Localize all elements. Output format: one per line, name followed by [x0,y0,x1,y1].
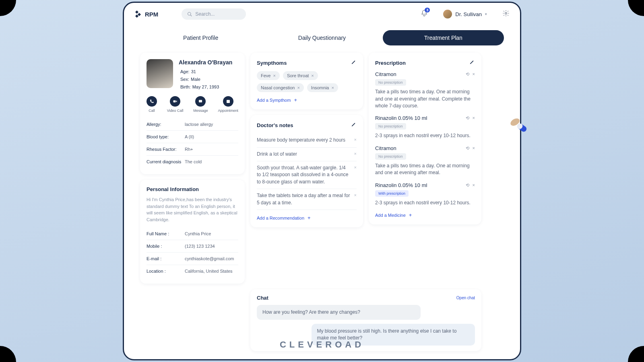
patient-photo [147,59,173,88]
brand-label: RPM [145,11,158,18]
chat-title: Chat [257,295,268,301]
search-icon [187,12,192,16]
notes-title: Doctor's notes [257,122,293,128]
tab-treatment-plan[interactable]: Treatment Plan [383,30,504,45]
pencil-icon [351,121,357,127]
rx-item: Rinazolin 0.05% 10 ml⟲×No prescription2-… [375,115,475,139]
remove-chip-button[interactable]: × [311,73,314,78]
plus-icon: + [294,97,297,103]
remove-note-button[interactable]: × [354,151,357,158]
personal-info-card: Personal Information Hi I'm Cynthia Pric… [140,180,245,284]
chat-msg-doctor: How are you feeling? Are there any chang… [257,305,421,320]
patient-card: Alexandra O'Brayan Age:31 Sex:Male Birth… [140,53,245,174]
gear-icon [502,10,510,17]
remove-rx-button[interactable]: × [473,72,475,77]
notifications-button[interactable]: 3 [421,10,428,19]
col-middle: Sympthoms Feve×Sore throat×Nasal congest… [250,53,363,284]
edit-prescription-button[interactable] [469,59,475,66]
brand: RPM [134,10,158,18]
symptom-chip: Insomnia× [307,83,338,92]
remove-note-button[interactable]: × [354,192,357,206]
search-input[interactable]: Search... [182,8,246,20]
add-symptom-button[interactable]: Add a Sympthom+ [257,97,357,103]
svg-line-1 [191,15,192,16]
add-recommendation-button[interactable]: Add a Recommendation+ [257,215,357,221]
remove-rx-button[interactable]: × [473,183,475,188]
search-placeholder: Search... [195,11,215,17]
video-icon [173,99,178,104]
edit-symptoms-button[interactable] [351,59,357,66]
patient-actions: Call Video Call Message Appointment [147,96,238,113]
note-item: Sooth your throat. A salt-water gargle. … [257,161,357,189]
user-menu[interactable]: Dr. Sullivan ▾ [443,10,487,19]
footer-brand: CLEVEROAD [280,339,364,350]
svg-point-0 [188,12,191,16]
video-call-button[interactable]: Video Call [167,96,184,113]
refresh-rx-button[interactable]: ⟲ [466,146,469,151]
remove-chip-button[interactable]: × [297,85,299,90]
symptom-chip: Sore throat× [283,71,318,80]
symptoms-card: Sympthoms Feve×Sore throat×Nasal congest… [250,53,363,109]
user-name: Dr. Sullivan [455,11,482,17]
pencil-icon [469,59,475,65]
plus-icon: + [308,215,311,221]
avatar [443,10,452,19]
remove-note-button[interactable]: × [354,137,357,144]
symptoms-title: Sympthoms [257,60,287,66]
notif-badge: 3 [425,8,430,12]
svg-rect-4 [199,100,202,103]
calendar-icon [226,99,231,104]
svg-rect-3 [173,101,176,103]
refresh-rx-button[interactable]: ⟲ [466,72,469,77]
doctors-notes-card: Doctor's notes Measure body temperature … [250,115,363,227]
patient-name: Alexandra O'Brayan [179,59,232,66]
edit-notes-button[interactable] [351,121,357,129]
rx-title: Prescription [375,60,406,66]
patient-meta: Age:31 Sex:Male Birth:May 27, 1993 [179,68,232,90]
plus-icon: + [409,212,412,218]
tabs: Patient Profile Daily Questionnary Treat… [124,25,520,49]
rx-item: Rinazolin 0.05% 10 ml⟲×With prescription… [375,182,475,206]
rx-item: Citramon⟲×No prescriptionTake a pills tw… [375,145,475,177]
topbar: RPM Search... 3 Dr. Sullivan ▾ [124,3,520,25]
chevron-down-icon: ▾ [485,12,487,16]
add-medicine-button[interactable]: Add a Medicine+ [375,212,475,218]
app-window: RPM Search... 3 Dr. Sullivan ▾ Patient P… [123,2,521,360]
col-left: Alexandra O'Brayan Age:31 Sex:Male Birth… [140,53,245,284]
logo-icon [134,10,142,18]
message-icon [198,99,203,104]
note-item: Drink a lot of water× [257,148,357,161]
symptom-chip: Feve× [257,71,280,80]
open-chat-button[interactable]: Open chat [456,296,475,300]
col-right: Prescription Citramon⟲×No prescriptionTa… [369,53,481,284]
call-button[interactable]: Call [147,96,157,113]
message-button[interactable]: Message [193,96,208,113]
rx-item: Citramon⟲×No prescriptionTake a pills tw… [375,71,475,109]
note-item: Measure body temperature every 2 hours× [257,134,357,147]
refresh-rx-button[interactable]: ⟲ [466,183,469,188]
pencil-icon [351,59,357,65]
settings-button[interactable] [502,10,510,19]
refresh-rx-button[interactable]: ⟲ [466,115,469,121]
appointment-button[interactable]: Appointment [218,96,238,113]
tab-patient-profile[interactable]: Patient Profile [140,30,261,45]
remove-note-button[interactable]: × [354,165,357,185]
tab-daily-questionnary[interactable]: Daily Questionnary [261,30,382,45]
svg-point-2 [505,12,507,14]
remove-chip-button[interactable]: × [273,73,275,78]
personal-title: Personal Information [147,186,238,192]
note-item: Take the tablets twice a day after a mea… [257,189,357,210]
prescription-card: Prescription Citramon⟲×No prescriptionTa… [369,53,481,224]
svg-rect-6 [227,100,230,101]
phone-icon [149,99,154,104]
personal-desc: Hi I'm Cynthia Price,has been the indust… [147,196,238,223]
symptom-chip: Nasal congestion× [257,83,304,92]
remove-chip-button[interactable]: × [331,85,334,90]
remove-rx-button[interactable]: × [473,115,475,121]
remove-rx-button[interactable]: × [473,146,475,151]
